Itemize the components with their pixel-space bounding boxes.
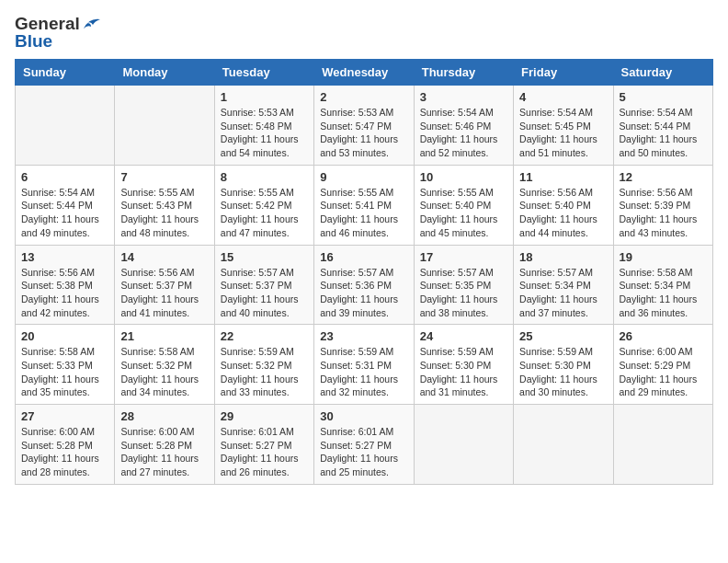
day-info: Sunrise: 5:56 AM Sunset: 5:39 PM Dayligh… xyxy=(620,186,707,240)
day-number: 17 xyxy=(420,250,507,264)
calendar-cell: 2Sunrise: 5:53 AM Sunset: 5:47 PM Daylig… xyxy=(314,86,414,166)
day-info: Sunrise: 5:58 AM Sunset: 5:34 PM Dayligh… xyxy=(620,266,707,320)
day-number: 22 xyxy=(221,329,308,343)
day-number: 21 xyxy=(120,329,208,343)
weekday-header-tuesday: Tuesday xyxy=(214,60,313,86)
calendar-cell xyxy=(613,405,712,485)
day-info: Sunrise: 5:56 AM Sunset: 5:38 PM Dayligh… xyxy=(21,266,108,320)
day-number: 30 xyxy=(320,409,407,423)
day-info: Sunrise: 5:54 AM Sunset: 5:44 PM Dayligh… xyxy=(21,186,108,240)
calendar-cell: 23Sunrise: 5:59 AM Sunset: 5:31 PM Dayli… xyxy=(314,325,414,405)
day-info: Sunrise: 5:54 AM Sunset: 5:44 PM Dayligh… xyxy=(620,106,707,160)
day-info: Sunrise: 5:57 AM Sunset: 5:36 PM Dayligh… xyxy=(320,266,407,320)
calendar-cell: 24Sunrise: 5:59 AM Sunset: 5:30 PM Dayli… xyxy=(414,325,513,405)
weekday-header-monday: Monday xyxy=(115,60,214,86)
day-number: 6 xyxy=(21,170,108,184)
calendar-cell: 18Sunrise: 5:57 AM Sunset: 5:34 PM Dayli… xyxy=(514,245,613,325)
day-number: 9 xyxy=(320,170,407,184)
calendar-cell: 1Sunrise: 5:53 AM Sunset: 5:48 PM Daylig… xyxy=(214,86,313,166)
day-number: 24 xyxy=(420,329,507,343)
day-number: 11 xyxy=(519,170,607,184)
day-number: 5 xyxy=(620,90,707,104)
day-number: 8 xyxy=(221,170,308,184)
day-info: Sunrise: 5:56 AM Sunset: 5:37 PM Dayligh… xyxy=(120,266,208,320)
day-info: Sunrise: 5:58 AM Sunset: 5:33 PM Dayligh… xyxy=(21,345,108,399)
day-number: 19 xyxy=(620,250,707,264)
weekday-header-friday: Friday xyxy=(514,60,613,86)
day-info: Sunrise: 5:59 AM Sunset: 5:31 PM Dayligh… xyxy=(320,345,407,399)
calendar-cell: 7Sunrise: 5:55 AM Sunset: 5:43 PM Daylig… xyxy=(115,165,214,245)
calendar-cell: 5Sunrise: 5:54 AM Sunset: 5:44 PM Daylig… xyxy=(613,86,712,166)
calendar-cell: 16Sunrise: 5:57 AM Sunset: 5:36 PM Dayli… xyxy=(314,245,414,325)
calendar-cell: 27Sunrise: 6:00 AM Sunset: 5:28 PM Dayli… xyxy=(16,405,115,485)
calendar-cell xyxy=(514,405,613,485)
day-info: Sunrise: 5:55 AM Sunset: 5:41 PM Dayligh… xyxy=(320,186,407,240)
day-number: 25 xyxy=(519,329,607,343)
day-info: Sunrise: 6:00 AM Sunset: 5:29 PM Dayligh… xyxy=(620,345,707,399)
logo-blue-text: Blue xyxy=(15,32,102,50)
weekday-header-thursday: Thursday xyxy=(414,60,513,86)
day-number: 2 xyxy=(320,90,407,104)
calendar-cell: 12Sunrise: 5:56 AM Sunset: 5:39 PM Dayli… xyxy=(613,165,712,245)
day-info: Sunrise: 6:00 AM Sunset: 5:28 PM Dayligh… xyxy=(120,425,208,479)
day-info: Sunrise: 5:59 AM Sunset: 5:30 PM Dayligh… xyxy=(420,345,507,399)
calendar-cell: 10Sunrise: 5:55 AM Sunset: 5:40 PM Dayli… xyxy=(414,165,513,245)
calendar-cell: 8Sunrise: 5:55 AM Sunset: 5:42 PM Daylig… xyxy=(214,165,313,245)
day-number: 10 xyxy=(420,170,507,184)
calendar-cell: 22Sunrise: 5:59 AM Sunset: 5:32 PM Dayli… xyxy=(214,325,313,405)
weekday-header-saturday: Saturday xyxy=(613,60,712,86)
calendar-week-row: 1Sunrise: 5:53 AM Sunset: 5:48 PM Daylig… xyxy=(16,86,713,166)
weekday-header-wednesday: Wednesday xyxy=(314,60,414,86)
day-info: Sunrise: 5:53 AM Sunset: 5:48 PM Dayligh… xyxy=(221,106,308,160)
calendar-cell: 3Sunrise: 5:54 AM Sunset: 5:46 PM Daylig… xyxy=(414,86,513,166)
calendar-cell: 17Sunrise: 5:57 AM Sunset: 5:35 PM Dayli… xyxy=(414,245,513,325)
day-info: Sunrise: 5:53 AM Sunset: 5:47 PM Dayligh… xyxy=(320,106,407,160)
day-info: Sunrise: 5:55 AM Sunset: 5:43 PM Dayligh… xyxy=(120,186,208,240)
calendar-cell xyxy=(414,405,513,485)
calendar-cell: 28Sunrise: 6:00 AM Sunset: 5:28 PM Dayli… xyxy=(115,405,214,485)
day-number: 13 xyxy=(21,250,108,264)
day-info: Sunrise: 5:55 AM Sunset: 5:40 PM Dayligh… xyxy=(420,186,507,240)
calendar-cell: 13Sunrise: 5:56 AM Sunset: 5:38 PM Dayli… xyxy=(16,245,115,325)
calendar-cell: 20Sunrise: 5:58 AM Sunset: 5:33 PM Dayli… xyxy=(16,325,115,405)
weekday-header-sunday: Sunday xyxy=(16,60,115,86)
day-info: Sunrise: 5:58 AM Sunset: 5:32 PM Dayligh… xyxy=(120,345,208,399)
day-number: 7 xyxy=(120,170,208,184)
day-number: 23 xyxy=(320,329,407,343)
calendar-week-row: 27Sunrise: 6:00 AM Sunset: 5:28 PM Dayli… xyxy=(16,405,713,485)
calendar-cell: 9Sunrise: 5:55 AM Sunset: 5:41 PM Daylig… xyxy=(314,165,414,245)
calendar-cell: 15Sunrise: 5:57 AM Sunset: 5:37 PM Dayli… xyxy=(214,245,313,325)
day-info: Sunrise: 6:01 AM Sunset: 5:27 PM Dayligh… xyxy=(320,425,407,479)
calendar-cell: 29Sunrise: 6:01 AM Sunset: 5:27 PM Dayli… xyxy=(214,405,313,485)
day-number: 12 xyxy=(620,170,707,184)
day-info: Sunrise: 5:56 AM Sunset: 5:40 PM Dayligh… xyxy=(519,186,607,240)
calendar-table: SundayMondayTuesdayWednesdayThursdayFrid… xyxy=(15,59,713,485)
calendar-cell xyxy=(16,86,115,166)
logo-general-text: General xyxy=(15,15,80,32)
day-info: Sunrise: 6:01 AM Sunset: 5:27 PM Dayligh… xyxy=(221,425,308,479)
calendar-week-row: 6Sunrise: 5:54 AM Sunset: 5:44 PM Daylig… xyxy=(16,165,713,245)
calendar-cell: 30Sunrise: 6:01 AM Sunset: 5:27 PM Dayli… xyxy=(314,405,414,485)
day-number: 29 xyxy=(221,409,308,423)
day-info: Sunrise: 5:57 AM Sunset: 5:37 PM Dayligh… xyxy=(221,266,308,320)
day-number: 15 xyxy=(221,250,308,264)
calendar-cell: 19Sunrise: 5:58 AM Sunset: 5:34 PM Dayli… xyxy=(613,245,712,325)
day-info: Sunrise: 5:57 AM Sunset: 5:34 PM Dayligh… xyxy=(519,266,607,320)
calendar-cell: 14Sunrise: 5:56 AM Sunset: 5:37 PM Dayli… xyxy=(115,245,214,325)
logo-bird-icon xyxy=(82,16,102,32)
calendar-cell: 25Sunrise: 5:59 AM Sunset: 5:30 PM Dayli… xyxy=(514,325,613,405)
day-number: 1 xyxy=(221,90,308,104)
page-header: General Blue xyxy=(15,15,713,50)
calendar-header-row: SundayMondayTuesdayWednesdayThursdayFrid… xyxy=(16,60,713,86)
day-number: 14 xyxy=(120,250,208,264)
day-number: 27 xyxy=(21,409,108,423)
calendar-cell: 4Sunrise: 5:54 AM Sunset: 5:45 PM Daylig… xyxy=(514,86,613,166)
day-number: 16 xyxy=(320,250,407,264)
day-number: 28 xyxy=(120,409,208,423)
calendar-cell xyxy=(115,86,214,166)
calendar-week-row: 20Sunrise: 5:58 AM Sunset: 5:33 PM Dayli… xyxy=(16,325,713,405)
day-info: Sunrise: 5:59 AM Sunset: 5:32 PM Dayligh… xyxy=(221,345,308,399)
calendar-week-row: 13Sunrise: 5:56 AM Sunset: 5:38 PM Dayli… xyxy=(16,245,713,325)
calendar-cell: 26Sunrise: 6:00 AM Sunset: 5:29 PM Dayli… xyxy=(613,325,712,405)
day-info: Sunrise: 5:59 AM Sunset: 5:30 PM Dayligh… xyxy=(519,345,607,399)
